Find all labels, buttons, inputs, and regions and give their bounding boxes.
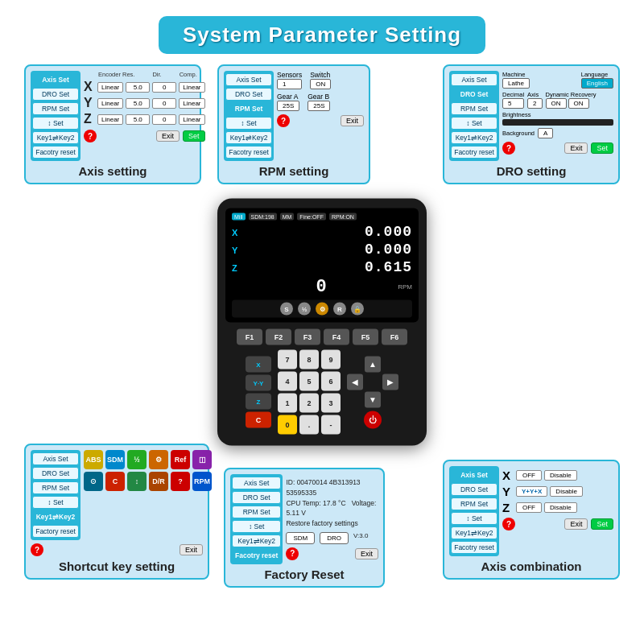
axis-key-c[interactable]: C xyxy=(246,412,271,428)
fn-f4[interactable]: F4 xyxy=(324,329,349,345)
combo-menu-axis[interactable]: Axis Set xyxy=(451,469,497,481)
num-4[interactable]: 4 xyxy=(278,372,297,391)
icon-gear[interactable]: ⚙ xyxy=(316,303,328,316)
z-dir[interactable]: 0 xyxy=(152,114,176,125)
dro-menu-key[interactable]: Key1⇌Key2 xyxy=(451,131,497,144)
sc-icon-8[interactable]: ↕ xyxy=(127,472,147,491)
gear-a-value[interactable]: 25S xyxy=(277,101,299,111)
rpm-menu-key[interactable]: Key1⇌Key2 xyxy=(225,131,272,144)
switch-value[interactable]: ON xyxy=(310,79,331,89)
combo-menu-dro[interactable]: DRO Set xyxy=(451,483,497,496)
sc-icon-0[interactable]: ABS xyxy=(84,450,103,469)
x-dir[interactable]: 0 xyxy=(152,82,176,93)
axis-col-value[interactable]: 2 xyxy=(527,98,542,109)
fr-menu-axis[interactable]: Axis Set xyxy=(232,477,281,489)
dynamic-val1[interactable]: ON xyxy=(546,98,567,109)
icon-sdm[interactable]: S xyxy=(280,303,293,316)
combo-menu-arrow[interactable]: ↕ Set xyxy=(451,512,497,525)
num-7[interactable]: 7 xyxy=(278,350,297,369)
sc-icon-11[interactable]: RPM xyxy=(192,472,212,491)
sc-icon-1[interactable]: SDM xyxy=(105,450,125,469)
nav-up[interactable]: ▲ xyxy=(365,356,381,372)
power-button[interactable]: ⏻ xyxy=(364,411,382,428)
fr-menu-arrow[interactable]: ↕ Set xyxy=(232,520,281,533)
nav-down[interactable]: ▼ xyxy=(365,391,381,407)
axis-set-button[interactable]: Set xyxy=(183,130,205,142)
menu-factory[interactable]: Facotry reset xyxy=(32,146,79,159)
rpm-exit-button[interactable]: Exit xyxy=(341,115,364,126)
rpm-menu-dro[interactable]: DRO Set xyxy=(225,88,272,101)
combo-help-button[interactable]: ? xyxy=(502,518,515,530)
factory-btn-sdm[interactable]: SDM xyxy=(286,532,315,544)
fn-f3[interactable]: F3 xyxy=(295,329,320,345)
fn-f6[interactable]: F6 xyxy=(382,329,407,345)
sc-icon-2[interactable]: ½ xyxy=(127,450,147,469)
combo-z-val1[interactable]: OFF xyxy=(516,502,542,513)
gear-b-value[interactable]: 25S xyxy=(308,101,330,111)
combo-x-val1[interactable]: OFF xyxy=(516,470,542,481)
dynamic-val2[interactable]: ON xyxy=(568,98,589,109)
sc-icon-4[interactable]: Ref xyxy=(171,450,190,469)
x-comp[interactable]: Linear xyxy=(179,82,204,93)
dro-exit-button[interactable]: Exit xyxy=(564,142,588,154)
decimal-value[interactable]: 5 xyxy=(502,98,524,109)
dro-menu-factory[interactable]: Facotry reset xyxy=(451,146,497,159)
sc-exit-button[interactable]: Exit xyxy=(180,544,203,555)
sc-menu-factory[interactable]: Factory reset xyxy=(32,525,79,538)
sc-icon-5[interactable]: ◫ xyxy=(192,450,212,469)
num-5[interactable]: 5 xyxy=(299,372,319,391)
combo-menu-rpm[interactable]: RPM Set xyxy=(451,497,497,510)
num-2[interactable]: 2 xyxy=(299,394,319,413)
menu-rpm-set[interactable]: RPM Set xyxy=(32,102,79,115)
combo-set-button[interactable]: Set xyxy=(591,518,613,530)
num-6[interactable]: 6 xyxy=(321,372,341,391)
axis-key-x[interactable]: X xyxy=(246,357,271,373)
num-0[interactable]: 0 xyxy=(278,415,297,435)
sc-menu-axis[interactable]: Axis Set xyxy=(32,452,79,465)
combo-exit-button[interactable]: Exit xyxy=(564,518,588,530)
factory-help-button[interactable]: ? xyxy=(286,547,299,560)
factory-btn-dro[interactable]: DRO xyxy=(320,532,349,544)
sc-icon-6[interactable]: ⊙ xyxy=(84,472,103,491)
fn-f2[interactable]: F2 xyxy=(266,329,291,345)
rpm-help-button[interactable]: ? xyxy=(277,114,290,127)
z-val[interactable]: 5.0 xyxy=(126,114,150,125)
rpm-menu-rpm[interactable]: RPM Set xyxy=(225,102,272,115)
num-minus[interactable]: - xyxy=(321,415,341,435)
menu-key-swap[interactable]: Key1⇌Key2 xyxy=(32,131,79,144)
dro-set-button[interactable]: Set xyxy=(591,142,613,154)
z-res[interactable]: Linear xyxy=(97,114,123,125)
fn-f5[interactable]: F5 xyxy=(353,329,378,345)
combo-y-val1[interactable]: Y+Y+X xyxy=(516,486,547,497)
icon-lock[interactable]: 🔒 xyxy=(351,303,364,316)
combo-y-val2[interactable]: Disable xyxy=(550,486,583,497)
y-comp[interactable]: Linear xyxy=(179,98,204,109)
num-9[interactable]: 9 xyxy=(321,350,341,369)
dro-menu-dro[interactable]: DRO Set xyxy=(451,88,497,101)
y-val[interactable]: 5.0 xyxy=(126,98,150,109)
fr-menu-rpm[interactable]: RPM Set xyxy=(232,506,281,518)
rpm-menu-factory[interactable]: Facotry reset xyxy=(225,146,272,159)
axis-key-y[interactable]: Y·Y xyxy=(246,375,271,391)
sc-menu-dro[interactable]: DRO Set xyxy=(32,467,79,480)
fn-f1[interactable]: F1 xyxy=(237,329,262,345)
num-8[interactable]: 8 xyxy=(299,350,319,369)
background-value[interactable]: A xyxy=(538,128,553,138)
machine-value[interactable]: Lathe xyxy=(502,78,530,89)
dro-menu-arrow[interactable]: ↕ Set xyxy=(451,117,497,130)
combo-z-val2[interactable]: Disable xyxy=(544,502,577,513)
fr-menu-factory[interactable]: Facotry reset xyxy=(232,549,281,562)
sc-help-button[interactable]: ? xyxy=(31,543,43,556)
axis-exit-button[interactable]: Exit xyxy=(156,130,180,142)
axis-key-z[interactable]: Z xyxy=(246,394,271,410)
menu-arrow-set[interactable]: ↕ Set xyxy=(32,117,79,130)
sc-icon-3[interactable]: ⚙ xyxy=(149,450,168,469)
icon-half[interactable]: ½ xyxy=(298,303,311,316)
dro-help-button[interactable]: ? xyxy=(502,142,515,155)
combo-x-val2[interactable]: Disable xyxy=(544,470,577,481)
fr-menu-key[interactable]: Key1⇌Key2 xyxy=(232,535,281,547)
sc-icon-10[interactable]: ? xyxy=(171,472,190,491)
fr-menu-dro[interactable]: DRO Set xyxy=(232,491,281,504)
dro-menu-rpm[interactable]: RPM Set xyxy=(451,102,497,115)
sc-menu-key[interactable]: Key1⇌Key2 xyxy=(32,510,79,523)
